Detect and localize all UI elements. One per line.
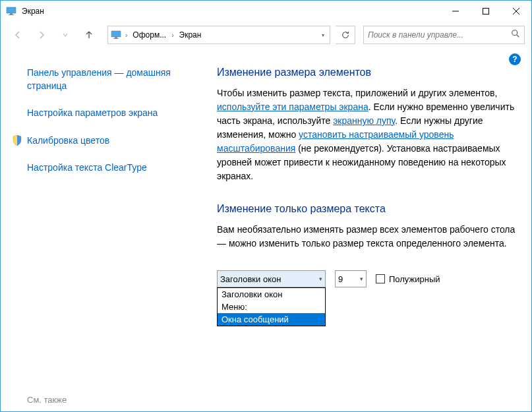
heading-resize-elements: Изменение размера элементов: [217, 67, 518, 78]
svg-rect-9: [113, 38, 119, 39]
search-box[interactable]: [363, 26, 525, 44]
svg-rect-8: [115, 37, 117, 38]
heading-text-size: Изменение только размера текста: [217, 203, 518, 215]
see-also-label: См. также: [27, 395, 67, 405]
close-button[interactable]: [501, 1, 531, 22]
paragraph-text-size-info: Вам необязательно изменять размер всех э…: [217, 223, 518, 250]
maximize-button[interactable]: [471, 1, 501, 22]
forward-button[interactable]: [31, 24, 52, 45]
sidebar-display-params-link[interactable]: Настройка параметров экрана: [27, 107, 192, 120]
svg-rect-0: [7, 7, 16, 13]
back-button[interactable]: [7, 24, 28, 45]
svg-line-11: [517, 35, 519, 38]
dropdown-option[interactable]: Меню:: [218, 301, 325, 313]
element-select-value: Заголовки окон: [220, 274, 281, 284]
shield-icon: [11, 134, 23, 146]
text-size-controls: Заголовки окон ▾ 9 ▾ Полужирный Заголовк…: [217, 270, 518, 287]
link-display-params[interactable]: используйте эти параметры экрана: [217, 102, 369, 112]
chevron-right-icon[interactable]: ›: [124, 32, 129, 39]
dropdown-option-selected[interactable]: Окна сообщений: [218, 313, 325, 326]
svg-rect-1: [10, 13, 13, 15]
chevron-down-icon: ▾: [319, 276, 322, 282]
address-bar[interactable]: › Оформ... › Экран ▾: [107, 26, 330, 44]
svg-rect-2: [9, 15, 14, 15]
link-magnifier[interactable]: экранную лупу: [333, 115, 395, 126]
paragraph-resize-info: Чтобы изменить размер текста, приложений…: [217, 86, 518, 183]
sidebar-cleartype-link[interactable]: Настройка текста ClearType: [27, 162, 192, 175]
size-select-value: 9: [338, 274, 343, 284]
help-icon[interactable]: ?: [509, 53, 521, 65]
window-title: Экран: [22, 7, 440, 16]
chevron-down-icon: ▾: [360, 276, 363, 282]
window-controls: [440, 1, 531, 22]
refresh-button[interactable]: [336, 26, 355, 44]
size-select[interactable]: 9 ▾: [335, 270, 367, 287]
bold-checkbox[interactable]: Полужирный: [376, 274, 440, 284]
search-icon[interactable]: [511, 29, 520, 41]
checkbox-box: [376, 274, 385, 283]
titlebar: Экран: [1, 1, 531, 22]
main-panel: Изменение размера элементов Чтобы измени…: [205, 48, 531, 411]
monitor-icon: [6, 6, 16, 16]
svg-rect-4: [483, 9, 489, 15]
bold-label: Полужирный: [389, 274, 440, 284]
element-select[interactable]: Заголовки окон ▾: [217, 270, 326, 287]
monitor-icon: [111, 30, 121, 40]
search-input[interactable]: [368, 30, 511, 40]
breadcrumb-item[interactable]: Оформ...: [131, 30, 167, 40]
content-area: ? Панель управления — домашняя страница …: [1, 48, 531, 411]
dropdown-option[interactable]: Заголовки окон: [218, 288, 325, 301]
breadcrumb-item[interactable]: Экран: [178, 30, 203, 40]
element-dropdown-list: Заголовки окон Меню: Окна сообщений: [217, 287, 326, 326]
minimize-button[interactable]: [440, 1, 471, 22]
svg-point-10: [512, 30, 517, 36]
chevron-down-icon[interactable]: ▾: [322, 32, 327, 38]
svg-rect-7: [111, 31, 121, 37]
chevron-right-icon[interactable]: ›: [170, 32, 175, 39]
up-button[interactable]: [78, 24, 100, 45]
sidebar-home-link[interactable]: Панель управления — домашняя страница: [27, 67, 192, 92]
sidebar-calibrate-link[interactable]: Калибровка цветов: [27, 134, 109, 148]
navigation-bar: › Оформ... › Экран ▾: [1, 22, 531, 48]
sidebar: Панель управления — домашняя страница На…: [1, 48, 205, 411]
recent-dropdown[interactable]: [55, 24, 76, 45]
